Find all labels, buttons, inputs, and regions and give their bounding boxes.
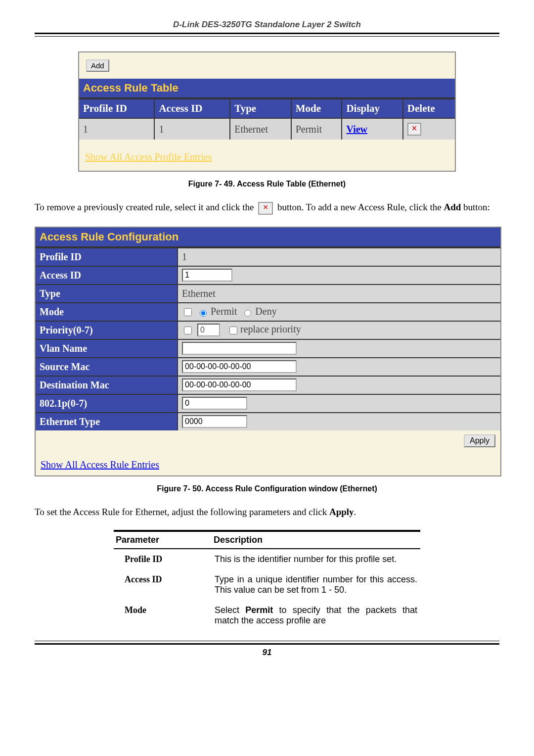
col-type: Type — [230, 99, 291, 118]
mode-permit-radio[interactable] — [200, 310, 207, 317]
priority-input[interactable] — [197, 324, 220, 336]
page-header: D-Link DES-3250TG Standalone Layer 2 Swi… — [35, 20, 499, 33]
cell-mode: Permit — [291, 118, 342, 140]
figure-caption-49: Figure 7- 49. Access Rule Table (Etherne… — [35, 180, 499, 189]
label-mode: Mode — [36, 303, 178, 321]
label-eth-type: Ethernet Type — [36, 413, 178, 430]
ethernet-type-input[interactable] — [182, 415, 247, 428]
param-mode: Mode — [114, 600, 212, 631]
config-table: Profile ID 1 Access ID Type Ethernet Mod… — [36, 247, 500, 430]
figure-caption-50: Figure 7- 50. Access Rule Configuration … — [35, 484, 499, 493]
access-id-input[interactable] — [182, 269, 232, 282]
mode-deny-radio[interactable] — [244, 310, 251, 317]
cell-display: View — [342, 118, 402, 140]
value-type: Ethernet — [178, 284, 500, 303]
cell-profile-id: 1 — [79, 118, 154, 140]
col-description: Description — [212, 531, 420, 549]
label-type: Type — [36, 284, 178, 303]
desc-access-id: Type in a unique identifier number for t… — [212, 569, 420, 600]
col-profile-id: Profile ID — [79, 99, 154, 118]
add-button[interactable]: Add — [86, 59, 109, 72]
page-number: 91 — [35, 648, 499, 658]
cell-access-id: 1 — [154, 118, 230, 140]
apply-button[interactable]: Apply — [464, 434, 495, 447]
show-all-rules-link[interactable]: Show All Access Rule Entries — [41, 459, 159, 470]
config-title: Access Rule Configuration — [36, 228, 500, 247]
show-all-profiles-link[interactable]: Show All Access Profile Entries — [85, 151, 212, 162]
source-mac-input[interactable] — [182, 360, 297, 373]
access-rule-table-panel: Add Access Rule Table Profile ID Access … — [78, 51, 456, 172]
replace-priority-checkbox[interactable] — [229, 327, 237, 334]
vlan-name-input[interactable] — [182, 342, 297, 355]
access-rule-config-panel: Access Rule Configuration Profile ID 1 A… — [35, 227, 501, 476]
label-src-mac: Source Mac — [36, 358, 178, 376]
value-profile-id: 1 — [178, 248, 500, 266]
delete-icon[interactable]: × — [407, 123, 421, 136]
access-rule-table: Profile ID Access ID Type Mode Display D… — [79, 98, 455, 140]
value-mode: Permit Deny — [178, 303, 500, 321]
access-rule-table-title: Access Rule Table — [79, 79, 455, 98]
col-display: Display — [342, 99, 402, 118]
paragraph-set-rule: To set the Access Rule for Ethernet, adj… — [35, 506, 499, 519]
col-access-id: Access ID — [154, 99, 230, 118]
cell-type: Ethernet — [230, 118, 291, 140]
param-access-id: Access ID — [114, 569, 212, 600]
label-priority: Priority(0-7) — [36, 321, 178, 339]
mode-enable-checkbox[interactable] — [184, 308, 192, 316]
parameter-table: Parameter Description Profile ID This is… — [114, 530, 420, 631]
label-dst-mac: Destination Mac — [36, 376, 178, 394]
label-access-id: Access ID — [36, 266, 178, 284]
destination-mac-input[interactable] — [182, 378, 297, 391]
rule-bottom — [35, 641, 499, 645]
priority-enable-checkbox[interactable] — [184, 327, 192, 334]
rule-top — [35, 33, 499, 37]
apply-row: Apply — [36, 430, 500, 451]
view-link[interactable]: View — [346, 124, 367, 135]
table-row: 1 1 Ethernet Permit View × — [79, 118, 455, 140]
col-parameter: Parameter — [114, 531, 212, 549]
col-mode: Mode — [291, 99, 342, 118]
param-profile-id: Profile ID — [114, 549, 212, 569]
8021p-input[interactable] — [182, 397, 247, 410]
value-priority: replace priority — [178, 321, 500, 339]
label-8021p: 802.1p(0-7) — [36, 394, 178, 413]
cell-delete: × — [403, 118, 455, 140]
desc-profile-id: This is the identifier number for this p… — [212, 549, 420, 569]
close-icon: × — [258, 202, 273, 215]
desc-mode: Select Permit to specify that the packet… — [212, 600, 420, 631]
paragraph-remove-rule: To remove a previously created rule, sel… — [35, 201, 499, 215]
label-vlan: Vlan Name — [36, 339, 178, 358]
label-profile-id: Profile ID — [36, 248, 178, 266]
col-delete: Delete — [403, 99, 455, 118]
